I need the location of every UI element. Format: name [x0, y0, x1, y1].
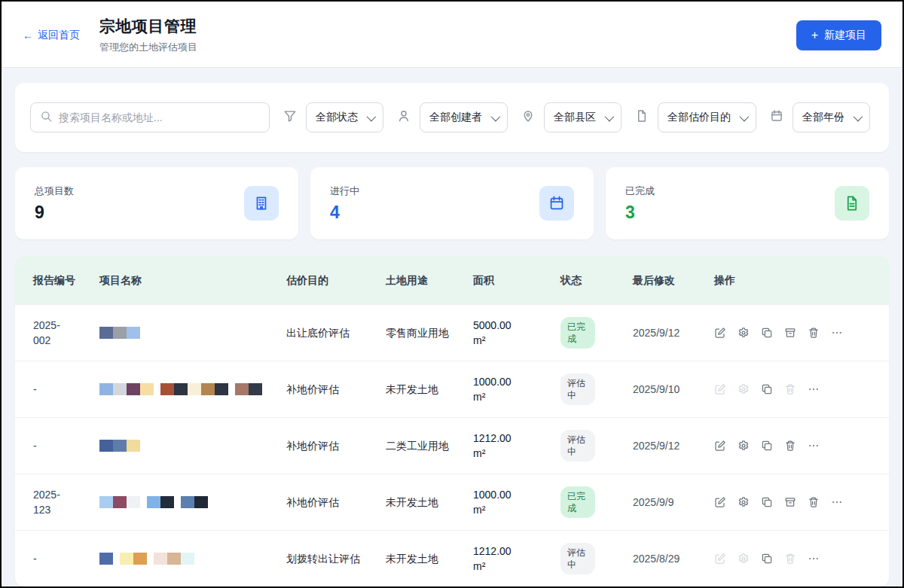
column-header-7: 最后修改	[633, 264, 714, 297]
gear-action-button[interactable]	[738, 327, 750, 339]
filter-dropdown-5[interactable]: 全部年份	[793, 102, 870, 133]
trash-icon	[784, 553, 796, 565]
edit-icon	[714, 496, 726, 508]
building-icon	[253, 195, 270, 212]
stat-label: 进行中	[330, 184, 359, 198]
purpose-cell: 补地价评估	[286, 371, 386, 407]
purpose-cell: 补地价评估	[286, 428, 386, 464]
trash-icon	[808, 496, 820, 508]
name-block	[120, 553, 133, 565]
copy-action-button[interactable]	[761, 553, 773, 565]
purpose-cell: 划拨转出让评估	[286, 541, 386, 577]
redacted-project-name	[99, 553, 277, 565]
column-header-1: 报告编号	[33, 264, 99, 297]
edit-action-button[interactable]	[714, 496, 726, 508]
stat-value: 9	[35, 203, 74, 223]
name-block	[127, 327, 140, 339]
name-block	[174, 383, 188, 395]
filter-dropdown-1[interactable]: 全部状态	[306, 102, 383, 133]
file-text-icon	[844, 195, 860, 212]
chevron-down-icon	[854, 111, 863, 121]
area-unit: m²	[473, 446, 551, 461]
stat-value: 4	[330, 203, 359, 223]
project-name-cell	[99, 429, 286, 462]
column-header-4: 土地用途	[386, 264, 473, 297]
gear-action-button[interactable]	[738, 440, 750, 452]
filter-dropdown-3[interactable]: 全部县区	[544, 102, 622, 133]
table-body: 2025-002出让底价评估零售商业用地5000.00m²已完成2025/9/1…	[15, 304, 889, 586]
name-block	[133, 553, 147, 565]
edit-icon	[714, 383, 726, 395]
edit-action-button[interactable]	[714, 440, 726, 452]
stat-card-3: 已完成3	[606, 167, 889, 239]
report-number-cell: -	[33, 371, 81, 407]
more-action-button[interactable]	[808, 383, 820, 395]
trash-action-button[interactable]	[784, 440, 796, 452]
name-block	[147, 496, 160, 508]
location-icon	[521, 109, 535, 126]
column-header-2: 项目名称	[99, 264, 286, 297]
project-name-cell	[99, 486, 286, 519]
location-icon	[521, 109, 535, 123]
status-badge: 已完成	[560, 317, 595, 349]
more-action-button[interactable]	[831, 327, 843, 339]
archive-icon	[784, 496, 796, 508]
trash-action-button[interactable]	[808, 327, 820, 339]
name-block	[127, 383, 140, 395]
filter-dropdown-2[interactable]: 全部创建者	[420, 102, 508, 133]
copy-action-button[interactable]	[761, 440, 773, 452]
name-block	[127, 496, 140, 508]
more-action-button[interactable]	[831, 496, 843, 508]
new-project-button[interactable]: + 新建项目	[796, 20, 881, 50]
filter-dropdown-4[interactable]: 全部估价目的	[658, 102, 756, 133]
more-action-button[interactable]	[808, 553, 820, 565]
area-cell: 1212.00m²	[473, 420, 560, 472]
edit-action-button[interactable]	[714, 327, 726, 339]
main-content: 全部状态全部创建者全部县区全部估价目的全部年份 总项目数9进行中4已完成3 报告…	[2, 68, 902, 588]
search-input[interactable]	[59, 111, 260, 123]
archive-action-button[interactable]	[784, 496, 796, 508]
status-cell: 评估中	[560, 363, 633, 416]
new-project-label: 新建项目	[824, 29, 866, 42]
name-block	[127, 440, 140, 452]
area-value: 5000.00	[473, 318, 551, 333]
archive-action-button[interactable]	[784, 327, 796, 339]
name-block	[249, 383, 262, 395]
filter-icon	[283, 109, 297, 126]
modified-date-cell: 2025/9/12	[633, 315, 714, 351]
copy-action-button[interactable]	[761, 327, 773, 339]
filter-card: 全部状态全部创建者全部县区全部估价目的全部年份	[15, 83, 889, 152]
archive-icon	[784, 327, 796, 339]
more-icon	[808, 383, 820, 395]
status-badge: 评估中	[560, 430, 595, 462]
more-action-button[interactable]	[808, 440, 820, 452]
copy-action-button[interactable]	[761, 383, 773, 395]
trash-action-button	[784, 553, 796, 565]
project-name-cell	[99, 373, 286, 406]
status-cell: 已完成	[560, 476, 633, 529]
gear-action-button[interactable]	[738, 496, 750, 508]
copy-action-button[interactable]	[761, 496, 773, 508]
name-block	[167, 553, 181, 565]
back-home-link[interactable]: ← 返回首页	[23, 29, 80, 42]
column-header-8: 操作	[714, 264, 889, 297]
area-unit: m²	[473, 559, 551, 574]
trash-action-button	[784, 383, 796, 395]
building-icon-wrapper	[244, 186, 279, 221]
document-icon	[635, 109, 649, 123]
actions-cell	[714, 486, 889, 519]
back-arrow-icon: ←	[23, 29, 33, 41]
report-number-cell: 2025-123	[33, 477, 81, 529]
project-name-cell	[99, 542, 286, 575]
status-badge: 评估中	[560, 373, 595, 405]
table-row: -划拨转出让评估未开发土地1212.00m²评估中2025/8/29	[15, 530, 889, 586]
stat-label: 总项目数	[35, 184, 74, 198]
area-unit: m²	[473, 389, 551, 404]
gear-icon	[738, 383, 750, 395]
trash-action-button[interactable]	[808, 496, 820, 508]
land-use-cell: 未开发土地	[386, 541, 473, 577]
search-box	[30, 102, 270, 133]
actions-cell	[714, 429, 889, 462]
actions-cell	[714, 373, 889, 406]
projects-table: 报告编号项目名称估价目的土地用途面积状态最后修改操作 2025-002出让底价评…	[15, 256, 889, 586]
